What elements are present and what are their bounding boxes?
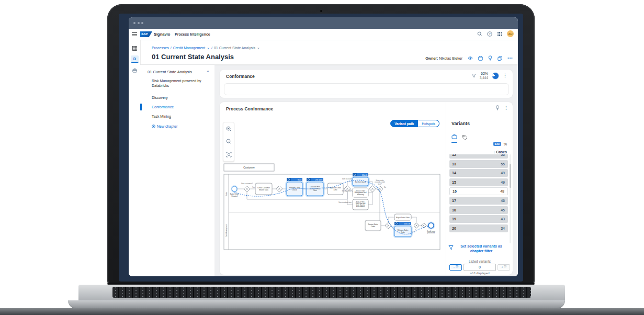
signavio-logo-text: Signavio — [154, 32, 170, 37]
increase-variants-button[interactable]: +50 — [498, 264, 510, 271]
search-icon[interactable] — [477, 31, 482, 37]
task-approve-credit-limit[interactable]: Approve Credit Limit — [327, 183, 343, 195]
breadcrumb-current[interactable]: 01 Current State Analysis — [214, 46, 255, 50]
breadcrumb-processes[interactable]: Processes — [152, 46, 169, 50]
variant-cases: 34 — [501, 227, 505, 230]
breadcrumb-sep: / — [171, 46, 172, 50]
chevron-down-icon[interactable]: ⌄ — [207, 46, 210, 50]
sidebar-item-risk-management[interactable]: Risk Management powered by Databricks — [152, 78, 207, 88]
variant-id: 20 — [452, 227, 456, 230]
variant-row[interactable]: 1355 — [449, 160, 508, 168]
collapse-sidebar-icon[interactable]: « — [207, 69, 209, 74]
variant-row[interactable]: 1256 — [449, 154, 508, 159]
badge-text: 12d 4h — [362, 174, 367, 176]
percent-toggle[interactable]: % — [504, 142, 507, 146]
process-conformance-widget: Process Conformance ⋮ — [220, 102, 513, 275]
hamburger-menu-icon[interactable] — [132, 32, 137, 36]
variant-cases: 46 — [501, 199, 505, 203]
sidebar-item-discovery[interactable]: Discovery — [152, 95, 207, 100]
edge-label: Service Order — [342, 190, 352, 192]
laptop-keyboard — [112, 287, 531, 298]
listed-variants-input[interactable]: 0 — [464, 264, 496, 271]
gateway-label: New customer? — [241, 183, 253, 185]
user-avatar[interactable]: AH — [507, 30, 514, 37]
variant-path-button[interactable]: Variant path — [390, 120, 418, 127]
zoom-out-icon[interactable] — [226, 139, 232, 144]
pool-customer-label: Customer — [243, 166, 255, 169]
task-reject-sales-order[interactable]: Reject Sales Order — [394, 214, 411, 220]
variant-cases: 45 — [501, 208, 505, 212]
calendar-icon[interactable] — [478, 56, 483, 61]
step-size: 50 — [456, 265, 458, 268]
variant-row[interactable]: 1549 — [449, 178, 508, 186]
variant-row[interactable]: 1449 — [449, 169, 508, 177]
scrollbar-thumb[interactable] — [510, 164, 511, 188]
task-calculate-risk-score[interactable]: Calculate Risk Score and Risk Class 25h … — [306, 178, 324, 196]
start-label: Created — [231, 195, 238, 197]
task-label: Check — [292, 189, 297, 191]
duration-badge-start: Start — [287, 178, 302, 181]
variant-cases: 49 — [501, 181, 505, 184]
variant-row[interactable]: 1943 — [449, 215, 508, 223]
variant-id: 19 — [452, 217, 456, 221]
variant-row[interactable]: 1845 — [449, 206, 508, 214]
bpmn-diagram[interactable]: Customer Sales Credit Management — [222, 162, 444, 252]
chevron-down-icon[interactable]: ⌄ — [257, 46, 260, 50]
task-release-sales-order[interactable]: 16d 13h Release Sales Order — [394, 222, 412, 237]
decrease-variants-button[interactable]: −50 — [449, 264, 462, 271]
variant-row[interactable]: 1746 — [449, 197, 508, 205]
absolute-numbers-toggle[interactable]: 123 — [493, 142, 501, 146]
eye-icon[interactable] — [468, 56, 473, 60]
sidebar-item-task-mining[interactable]: Task Mining — [152, 114, 207, 119]
rail-process-icon[interactable]: D — [131, 55, 139, 63]
variant-row-deselected[interactable]: 1648 — [449, 187, 508, 195]
hotspots-button[interactable]: Hotspots — [418, 120, 439, 127]
task-perform-credit-check[interactable]: Perform Credit Check Start — [286, 178, 303, 196]
duration-badge-risk: 25h 12m — [307, 178, 323, 181]
task-label: Master Data — [259, 189, 268, 191]
fit-to-screen-icon[interactable] — [226, 152, 232, 158]
variants-list[interactable]: 1256 1355 1449 1549 1648 1746 1845 1943 — [449, 154, 508, 243]
cases-header-label: Cases — [496, 150, 507, 154]
task-label: Order — [371, 226, 376, 228]
rail-grid-icon[interactable] — [131, 45, 139, 52]
laptop-deck — [78, 285, 565, 302]
new-chapter-button[interactable]: New chapter — [152, 125, 177, 128]
filter-icon[interactable] — [471, 73, 476, 78]
traffic-dot[interactable] — [141, 22, 143, 24]
traffic-dot[interactable] — [138, 22, 140, 24]
owner-row: Owner: Nikolas Bieker — [425, 55, 513, 61]
duration-badge-release: 16d 13h — [394, 222, 411, 225]
task-review-sales-order[interactable]: Review Sales Order — [365, 220, 381, 231]
listed-variants-label: Listed variants — [446, 260, 513, 263]
conformance-kpi: 62% 3,444 — [480, 72, 488, 80]
app-grid-icon[interactable] — [497, 31, 502, 37]
laptop-lid: SAP Signavio Process Intelligence ? AH — [107, 4, 535, 285]
more-actions-icon[interactable] — [507, 57, 513, 59]
badge-text: Start — [298, 179, 301, 181]
variants-tab-attributes[interactable] — [462, 132, 468, 143]
variants-scrollbar[interactable] — [510, 154, 511, 243]
plus-icon — [152, 125, 155, 128]
lightbulb-icon[interactable] — [488, 55, 492, 61]
variant-id: 16 — [453, 189, 457, 193]
help-icon[interactable]: ? — [487, 31, 492, 37]
task-label: Class — [313, 189, 317, 192]
sidebar-item-conformance[interactable]: Conformance — [152, 105, 207, 109]
variants-tab-cases[interactable] — [451, 132, 457, 143]
rail-briefcase-icon[interactable] — [131, 67, 139, 74]
variant-row[interactable]: 2034 — [449, 224, 508, 232]
donut-chart-icon[interactable] — [492, 72, 499, 80]
sidebar-item-current-state-analysis[interactable]: 01 Current State Analysis — [148, 70, 202, 74]
cases-column-header[interactable]: ↓ Cases — [493, 150, 507, 154]
end-event[interactable]: Credit issue processed — [427, 222, 435, 234]
surface-edge — [0, 308, 644, 315]
task-check-master-data[interactable]: Check Customer Master Data — [255, 183, 272, 195]
widget-menu-icon[interactable]: ⋮ — [503, 73, 507, 78]
set-variants-filter-button[interactable]: Set selected variants as chapter filter — [448, 244, 511, 254]
pool-customer[interactable]: Customer — [224, 164, 274, 171]
breadcrumb-credit-management[interactable]: Credit Management — [173, 46, 205, 50]
copy-icon[interactable] — [498, 56, 502, 61]
zoom-in-icon[interactable] — [226, 126, 232, 132]
traffic-dot[interactable] — [133, 22, 135, 24]
